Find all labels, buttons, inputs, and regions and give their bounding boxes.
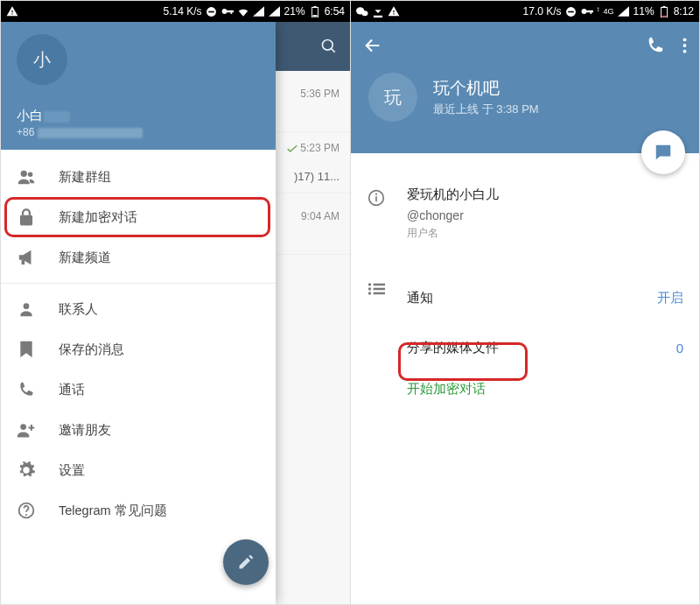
svg-point-28 xyxy=(683,38,687,41)
main-header-bg xyxy=(275,22,350,71)
call-icon[interactable] xyxy=(646,36,665,55)
compose-fab[interactable] xyxy=(223,539,269,585)
add-user-icon xyxy=(17,420,36,440)
net-type: 4G xyxy=(604,7,614,16)
svg-rect-23 xyxy=(585,11,592,12)
menu-label: 联系人 xyxy=(59,301,98,318)
profile-body: 爱玩机的小白儿 @chonger 用户名 通知 开启 分享的媒体文件 xyxy=(351,153,699,410)
menu-label: 通话 xyxy=(59,382,85,398)
svg-point-14 xyxy=(24,303,30,309)
shared-media-row[interactable]: 分享的媒体文件 0 xyxy=(367,327,683,369)
vpn-key-icon xyxy=(581,5,593,18)
chat-row[interactable]: 9:04 AM xyxy=(275,193,350,255)
menu-contacts[interactable]: 联系人 xyxy=(1,289,276,329)
svg-rect-39 xyxy=(374,292,385,295)
svg-rect-6 xyxy=(313,6,316,7)
menu-label: 新建加密对话 xyxy=(59,209,137,226)
chat-row[interactable]: 5:23 PM )17) 11... xyxy=(275,132,350,193)
svg-rect-3 xyxy=(226,11,233,12)
battery-icon xyxy=(309,5,321,18)
chat-icon xyxy=(654,143,673,162)
dnd-icon xyxy=(565,5,578,18)
username[interactable]: @chonger xyxy=(407,208,683,222)
svg-point-15 xyxy=(20,424,26,430)
svg-point-30 xyxy=(683,50,687,53)
search-icon[interactable] xyxy=(320,38,338,55)
menu-label: 设置 xyxy=(59,462,85,479)
svg-line-9 xyxy=(332,49,335,53)
avatar[interactable]: 小 xyxy=(17,34,67,85)
setting-value: 0 xyxy=(676,341,683,355)
svg-rect-27 xyxy=(662,15,666,16)
menu-faq[interactable]: Telegram 常见问题 xyxy=(1,490,276,531)
phone-right: 17.0 K/s ↕ 4G 11% 8:12 xyxy=(350,1,699,604)
notifications-row[interactable]: 通知 开启 xyxy=(407,278,683,319)
battery-pct: 11% xyxy=(634,5,654,18)
signal-icon xyxy=(269,5,281,18)
drawer-menu: 新建群组 新建加密对话 新建频道 联系人 保存的消息 xyxy=(1,150,276,538)
svg-point-29 xyxy=(683,44,687,47)
download-icon xyxy=(372,5,384,18)
contact-icon xyxy=(17,299,36,319)
clock: 6:54 xyxy=(325,5,345,18)
profile-name: 玩个机吧 xyxy=(433,77,539,100)
group-icon xyxy=(17,167,36,186)
wifi-icon xyxy=(237,5,249,18)
svg-point-17 xyxy=(25,514,27,516)
user-name: 小白 xyxy=(17,108,260,124)
user-phone: +86 xyxy=(17,126,260,138)
svg-point-2 xyxy=(221,9,227,14)
more-icon[interactable] xyxy=(682,37,687,54)
data-arrows-icon: ↕ xyxy=(597,5,600,13)
status-bar: 5.14 K/s 21% 6:54 xyxy=(1,1,350,22)
back-icon[interactable] xyxy=(363,36,382,55)
svg-point-8 xyxy=(323,40,333,51)
divider xyxy=(1,283,276,284)
menu-label: 新建频道 xyxy=(59,250,111,266)
setting-label: 分享的媒体文件 xyxy=(407,340,499,356)
menu-invite-friends[interactable]: 邀请朋友 xyxy=(1,410,276,450)
gear-icon xyxy=(17,461,36,480)
svg-rect-4 xyxy=(230,11,232,14)
settings-section: 通知 开启 xyxy=(367,269,683,327)
menu-settings[interactable]: 设置 xyxy=(1,450,276,490)
menu-new-channel[interactable]: 新建频道 xyxy=(1,237,276,278)
menu-label: 邀请朋友 xyxy=(59,422,111,439)
avatar[interactable]: 玩 xyxy=(368,73,417,122)
dnd-icon xyxy=(206,5,218,18)
chat-time: 5:23 PM xyxy=(287,142,340,154)
signal-icon xyxy=(618,5,630,18)
pencil-icon xyxy=(237,553,255,571)
svg-rect-24 xyxy=(590,11,592,14)
menu-new-secret-chat[interactable]: 新建加密对话 xyxy=(1,197,276,237)
svg-rect-21 xyxy=(568,11,574,12)
phone-icon xyxy=(17,380,36,399)
setting-label: 通知 xyxy=(407,290,433,306)
svg-point-34 xyxy=(368,283,371,285)
display-name: 爱玩机的小白儿 xyxy=(407,186,683,203)
message-fab[interactable] xyxy=(641,130,685,174)
warning-icon xyxy=(388,5,400,18)
status-bar: 17.0 K/s ↕ 4G 11% 8:12 xyxy=(351,1,699,22)
menu-calls[interactable]: 通话 xyxy=(1,369,276,410)
last-seen: 最近上线 于 3:38 PM xyxy=(433,102,539,117)
megaphone-icon xyxy=(17,248,36,267)
svg-rect-12 xyxy=(20,215,32,226)
wechat-icon xyxy=(356,5,368,18)
profile-summary: 玩 玩个机吧 最近上线 于 3:38 PM xyxy=(351,69,699,122)
chat-time: 5:36 PM xyxy=(300,88,340,100)
chat-preview: )17) 11... xyxy=(294,170,340,183)
toolbar xyxy=(351,22,699,69)
list-icon xyxy=(367,279,386,299)
lock-icon xyxy=(17,208,36,227)
menu-label: 保存的消息 xyxy=(59,341,124,358)
start-secret-chat[interactable]: 开始加密对话 xyxy=(367,369,683,410)
menu-saved-messages[interactable]: 保存的消息 xyxy=(1,329,276,369)
phone-left: 5.14 K/s 21% 6:54 5:36 PM 5:2 xyxy=(1,1,350,604)
svg-rect-26 xyxy=(662,6,665,7)
chat-row[interactable]: 5:36 PM xyxy=(275,71,350,132)
menu-new-group[interactable]: 新建群组 xyxy=(1,157,276,197)
info-icon xyxy=(367,188,386,208)
vpn-key-icon xyxy=(221,5,234,18)
svg-point-36 xyxy=(368,287,371,290)
